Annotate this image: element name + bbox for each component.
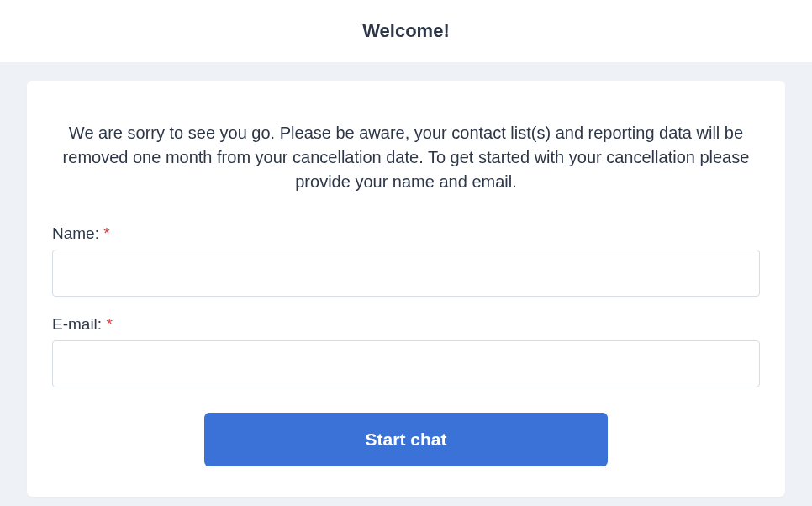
- button-row: Start chat: [52, 413, 760, 466]
- name-required-mark: *: [103, 224, 109, 242]
- name-input[interactable]: [52, 250, 760, 297]
- intro-text: We are sorry to see you go. Please be aw…: [52, 121, 760, 194]
- start-chat-button[interactable]: Start chat: [204, 413, 608, 466]
- name-label-text: Name:: [52, 224, 103, 242]
- email-label-text: E-mail:: [52, 315, 106, 333]
- name-field: Name: *: [52, 224, 760, 297]
- name-label: Name: *: [52, 224, 760, 243]
- page-header: Welcome!: [0, 0, 812, 62]
- main-area: We are sorry to see you go. Please be aw…: [0, 62, 812, 506]
- email-required-mark: *: [106, 315, 112, 333]
- email-field: E-mail: *: [52, 315, 760, 387]
- form-card: We are sorry to see you go. Please be aw…: [27, 81, 785, 497]
- email-input[interactable]: [52, 340, 760, 387]
- email-label: E-mail: *: [52, 315, 760, 334]
- page-title: Welcome!: [0, 20, 812, 42]
